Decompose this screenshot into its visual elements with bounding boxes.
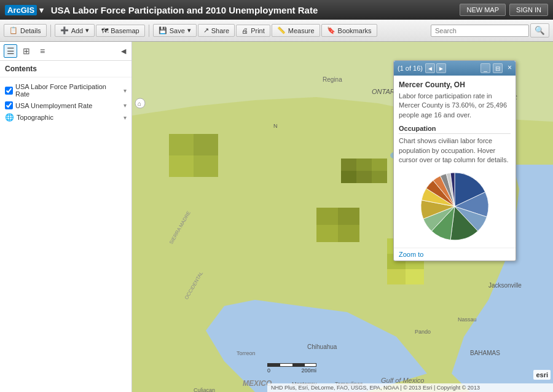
popup-dock-button[interactable]: ⊟ bbox=[493, 63, 503, 73]
svg-text:Nassau: Nassau bbox=[458, 316, 477, 323]
svg-rect-25 bbox=[316, 208, 338, 225]
popup-county-title: Mercer County, OH bbox=[399, 80, 511, 89]
svg-rect-24 bbox=[194, 155, 218, 177]
add-button[interactable]: ➕ Add ▾ bbox=[55, 24, 95, 37]
measure-icon: 📏 bbox=[277, 26, 286, 34]
add-icon: ➕ bbox=[60, 26, 69, 34]
details-icon: 📋 bbox=[9, 26, 18, 34]
toolbar: 📋 Details ➕ Add ▾ 🗺 Basemap 💾 Save ▾ ↗ S… bbox=[0, 20, 553, 42]
sidebar-tab-details[interactable]: ≡ bbox=[36, 44, 49, 58]
share-icon: ↗ bbox=[203, 26, 209, 34]
svg-rect-21 bbox=[169, 134, 194, 155]
search-button[interactable]: 🔍 bbox=[530, 23, 549, 37]
scale-label-start: 0 bbox=[267, 367, 270, 374]
esri-logo: esri bbox=[533, 370, 551, 380]
bookmarks-button[interactable]: 🔖 Bookmarks bbox=[321, 24, 377, 37]
svg-rect-15 bbox=[356, 171, 372, 183]
svg-rect-13 bbox=[372, 159, 387, 171]
main-area: ☰ ⊞ ≡ ◄ Contents USA Labor Force Partici… bbox=[0, 42, 553, 392]
layer-checkbox-2[interactable] bbox=[5, 101, 13, 109]
popup-section-title: Occupation bbox=[399, 125, 511, 134]
popup-panel: (1 of 16) ◄ ► _ ⊟ × Mercer County, OH La… bbox=[393, 60, 516, 261]
svg-text:Culiacan: Culiacan bbox=[194, 387, 215, 392]
svg-text:Jacksonville: Jacksonville bbox=[488, 282, 522, 289]
svg-rect-30 bbox=[406, 269, 424, 284]
pie-chart-container bbox=[399, 170, 511, 243]
sidebar-tab-grid[interactable]: ⊞ bbox=[20, 44, 33, 58]
details-button[interactable]: 📋 Details bbox=[4, 24, 47, 37]
sidebar-tab-list[interactable]: ☰ bbox=[4, 44, 17, 58]
layer-name-1: USA Labor Force Participation Rate bbox=[15, 83, 122, 98]
svg-text:Chihuahua: Chihuahua bbox=[307, 343, 337, 350]
search-input[interactable] bbox=[431, 25, 529, 37]
popup-close-button[interactable]: × bbox=[508, 63, 512, 73]
popup-header: (1 of 16) ◄ ► _ ⊟ × bbox=[394, 61, 516, 76]
svg-rect-14 bbox=[341, 171, 356, 183]
popup-body: Mercer County, OH Labor force participat… bbox=[394, 76, 516, 248]
layer-options-3[interactable]: ▾ bbox=[124, 114, 127, 121]
layer-name-2: USA Unemployment Rate bbox=[15, 102, 122, 109]
popup-zoom-link[interactable]: Zoom to bbox=[394, 248, 516, 261]
layer-checkbox-1[interactable] bbox=[5, 87, 13, 95]
page-title: USA Labor Force Participation and 2010 U… bbox=[51, 5, 457, 15]
share-button[interactable]: ↗ Share bbox=[198, 24, 235, 37]
popup-nav: (1 of 16) ◄ ► bbox=[398, 63, 446, 73]
svg-text:Regina: Regina bbox=[323, 76, 342, 83]
svg-text:BAHAMAS: BAHAMAS bbox=[470, 350, 500, 356]
layer-item: USA Unemployment Rate ▾ bbox=[2, 100, 129, 111]
svg-rect-26 bbox=[338, 208, 359, 225]
contents-label: Contents bbox=[0, 61, 131, 77]
popup-description: Labor force participation rate in Mercer… bbox=[399, 92, 511, 120]
layer-options-2[interactable]: ▾ bbox=[124, 102, 127, 109]
svg-rect-29 bbox=[387, 269, 406, 284]
svg-rect-28 bbox=[338, 225, 359, 242]
popup-chart-description: Chart shows civilian labor force populat… bbox=[399, 136, 511, 165]
svg-rect-11 bbox=[341, 159, 356, 171]
popup-prev-button[interactable]: ◄ bbox=[425, 63, 435, 73]
print-icon: 🖨 bbox=[241, 27, 248, 34]
svg-text:⌂: ⌂ bbox=[138, 100, 141, 107]
svg-rect-27 bbox=[316, 225, 338, 242]
scale-bar: 0 200mi bbox=[267, 363, 316, 374]
map-attribution: NHD Plus, Esri, DeLorme, FAO, USGS, EPA,… bbox=[267, 383, 553, 392]
layer-options-1[interactable]: ▾ bbox=[124, 87, 127, 94]
sidebar: ☰ ⊞ ≡ ◄ Contents USA Labor Force Partici… bbox=[0, 42, 132, 392]
save-icon: 💾 bbox=[159, 26, 167, 34]
sign-in-button[interactable]: SIGN IN bbox=[509, 4, 548, 16]
svg-rect-16 bbox=[372, 171, 387, 183]
popup-nav-buttons: ◄ ► bbox=[425, 63, 446, 73]
arcgis-logo[interactable]: ArcGIS ▾ bbox=[5, 6, 44, 15]
layer-name-3: Topographic bbox=[17, 114, 122, 121]
popup-nav-count: (1 of 16) bbox=[398, 65, 423, 72]
layer-list: USA Labor Force Participation Rate ▾ USA… bbox=[0, 77, 131, 392]
new-map-button[interactable]: NEW MAP bbox=[460, 4, 506, 16]
popup-next-button[interactable]: ► bbox=[436, 63, 446, 73]
save-button[interactable]: 💾 Save ▾ bbox=[153, 24, 197, 37]
svg-rect-12 bbox=[356, 159, 372, 171]
layer-item: 🌐 Topographic ▾ bbox=[2, 111, 129, 123]
pie-chart bbox=[418, 170, 492, 243]
globe-icon: 🌐 bbox=[5, 113, 14, 122]
scale-label-end: 200mi bbox=[301, 367, 316, 374]
measure-button[interactable]: 📏 Measure bbox=[272, 24, 320, 37]
svg-text:N: N bbox=[273, 123, 278, 129]
svg-text:Torreon: Torreon bbox=[237, 350, 256, 356]
print-button[interactable]: 🖨 Print bbox=[236, 25, 270, 37]
bookmarks-icon: 🔖 bbox=[327, 26, 335, 34]
sidebar-tabs: ☰ ⊞ ≡ ◄ bbox=[0, 42, 131, 61]
map-container[interactable]: ONTARIO QUEBEC Regina Winnipeg Lake Supe… bbox=[132, 42, 553, 392]
svg-text:Pando: Pando bbox=[415, 329, 431, 335]
svg-rect-23 bbox=[169, 155, 194, 177]
layer-item: USA Labor Force Participation Rate ▾ bbox=[2, 81, 129, 100]
basemap-icon: 🗺 bbox=[101, 27, 108, 34]
popup-minimize-button[interactable]: _ bbox=[480, 63, 490, 73]
basemap-button[interactable]: 🗺 Basemap bbox=[96, 25, 144, 37]
app-header: ArcGIS ▾ USA Labor Force Participation a… bbox=[0, 0, 553, 20]
sidebar-collapse-button[interactable]: ◄ bbox=[119, 46, 128, 56]
svg-rect-22 bbox=[194, 134, 218, 155]
